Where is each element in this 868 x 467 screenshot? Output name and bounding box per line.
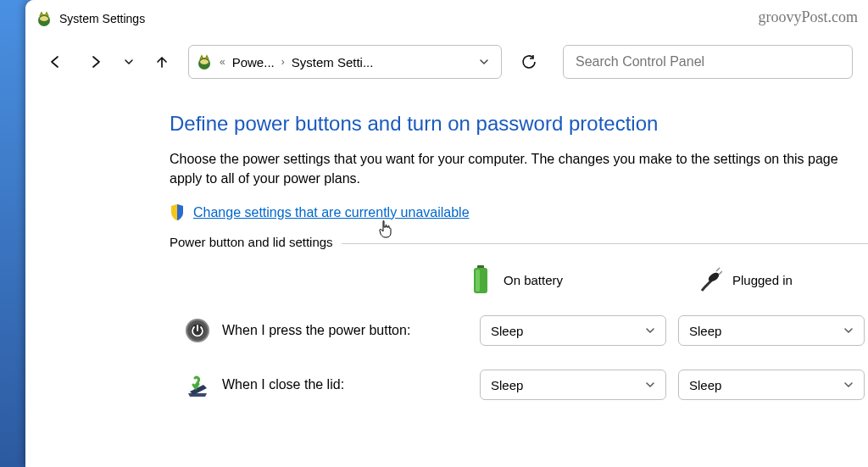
- dropdown-value: Sleep: [689, 324, 721, 338]
- content: Define power buttons and turn on passwor…: [25, 86, 868, 412]
- power-button-lid-fieldset: Power button and lid settings On battery: [170, 243, 868, 412]
- chevron-down-icon: [645, 325, 655, 336]
- chevron-down-icon: [843, 325, 854, 336]
- app-icon: [36, 10, 53, 27]
- plugged-in-label: Plugged in: [732, 273, 793, 287]
- on-battery-label: On battery: [504, 273, 563, 287]
- breadcrumb-seg-1[interactable]: Powe...: [232, 55, 275, 69]
- dropdown-value: Sleep: [491, 324, 523, 338]
- refresh-button[interactable]: [514, 47, 544, 77]
- power-button-icon: [185, 314, 210, 347]
- laptop-lid-icon: [185, 368, 210, 402]
- svg-point-1: [40, 16, 48, 21]
- change-settings-link[interactable]: Change settings that are currently unava…: [193, 205, 470, 220]
- dropdown-value: Sleep: [689, 378, 721, 392]
- power-button-label: When I press the power button:: [222, 323, 468, 338]
- titlebar: System Settings groovyPost.com: [25, 0, 868, 37]
- svg-line-8: [716, 268, 720, 271]
- breadcrumb-dropdown[interactable]: [474, 56, 494, 68]
- columns-header: On battery Plugged in: [170, 256, 868, 303]
- close-lid-plugged-dropdown[interactable]: Sleep: [678, 370, 865, 400]
- power-button-row: When I press the power button: Sleep Sle…: [170, 303, 868, 358]
- breadcrumb-seg-2[interactable]: System Setti...: [292, 55, 374, 69]
- svg-line-9: [719, 271, 722, 275]
- close-lid-battery-dropdown[interactable]: Sleep: [480, 370, 666, 400]
- svg-point-3: [200, 59, 209, 64]
- svg-rect-6: [476, 270, 480, 292]
- battery-icon: [468, 263, 493, 297]
- system-settings-window: System Settings groovyPost.com « Powe...…: [25, 0, 868, 467]
- fieldset-label: Power button and lid settings: [170, 235, 342, 249]
- shield-icon: [170, 203, 185, 221]
- dropdown-value: Sleep: [491, 378, 523, 392]
- plugged-in-column: Plugged in: [697, 263, 832, 297]
- chevron-down-icon: [645, 380, 655, 390]
- breadcrumb-app-icon: [196, 53, 213, 70]
- chevron-down-icon: [843, 380, 854, 390]
- chevron-right-icon: ›: [280, 56, 287, 68]
- admin-link-row: Change settings that are currently unava…: [170, 203, 868, 221]
- power-button-battery-dropdown[interactable]: Sleep: [480, 315, 666, 346]
- power-button-plugged-dropdown[interactable]: Sleep: [678, 315, 865, 346]
- breadcrumb-prefix-chevron: «: [218, 56, 227, 68]
- close-lid-row: When I close the lid: Sleep Sleep: [170, 358, 868, 412]
- plug-icon: [697, 263, 722, 297]
- on-battery-column: On battery: [468, 263, 604, 297]
- back-button[interactable]: [41, 47, 70, 76]
- up-button[interactable]: [147, 47, 176, 76]
- navbar: « Powe... › System Setti...: [25, 37, 868, 86]
- close-lid-label: When I close the lid:: [222, 377, 468, 392]
- hand-cursor-icon: [377, 219, 394, 239]
- watermark: groovyPost.com: [758, 8, 858, 26]
- page-heading: Define power buttons and turn on passwor…: [170, 112, 868, 136]
- window-title: System Settings: [59, 12, 145, 25]
- breadcrumb-bar[interactable]: « Powe... › System Setti...: [188, 45, 502, 79]
- page-description: Choose the power settings that you want …: [170, 149, 868, 188]
- forward-button[interactable]: [81, 47, 110, 76]
- history-dropdown[interactable]: [122, 47, 136, 76]
- search-input[interactable]: [563, 45, 853, 79]
